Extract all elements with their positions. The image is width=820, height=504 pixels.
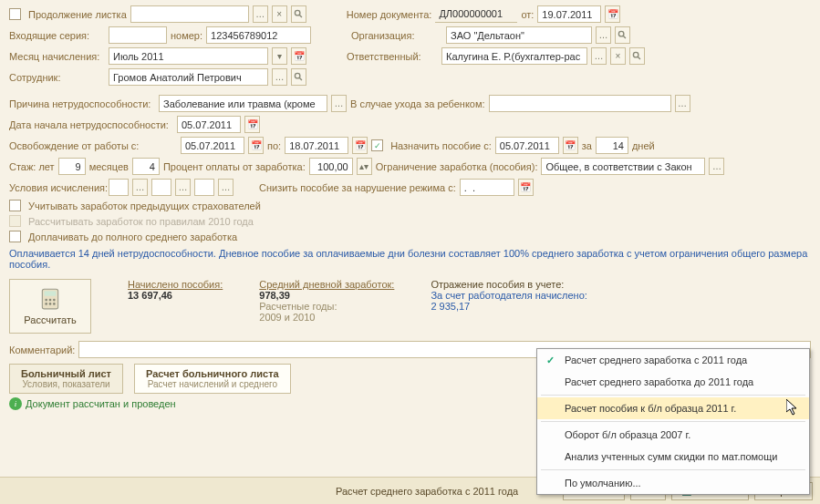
calculator-icon xyxy=(38,287,62,311)
employee-input[interactable] xyxy=(109,68,268,86)
years-value: 2009 и 2010 xyxy=(259,312,394,323)
incoming-series-label: Входящие серия: xyxy=(9,30,105,41)
dots-button[interactable]: … xyxy=(218,179,234,196)
dots-button[interactable]: … xyxy=(675,95,690,112)
calendar-icon[interactable]: 📅 xyxy=(352,137,368,154)
dots-button[interactable]: … xyxy=(272,68,287,86)
info-text: Оплачивается 14 дней нетрудоспособности.… xyxy=(9,248,811,270)
search-icon[interactable] xyxy=(291,5,306,23)
release-from-input[interactable] xyxy=(181,137,244,154)
clear-button[interactable]: × xyxy=(272,5,287,23)
menu-item-turnover-2007[interactable]: Оборот б/л образца 2007 г. xyxy=(537,424,809,446)
accrued-value: 13 697,46 xyxy=(128,290,223,301)
calendar-icon[interactable]: 📅 xyxy=(605,5,620,23)
avg-label[interactable]: Средний дневной заработок: xyxy=(259,279,394,290)
calendar-icon[interactable]: 📅 xyxy=(518,179,534,196)
tab-sick-leave[interactable]: Больничный лист Условия, показатели xyxy=(9,364,123,394)
to-label: по: xyxy=(267,140,281,151)
employee-label: Сотрудник: xyxy=(9,72,105,83)
limit-label: Ограничение заработка (пособия): xyxy=(376,161,538,172)
menu-item-analysis[interactable]: Анализ учтенных сумм скидки по мат.помощ… xyxy=(537,446,809,468)
child-care-input[interactable] xyxy=(489,95,671,112)
chk-topup[interactable] xyxy=(9,231,21,242)
dropdown-icon[interactable]: ▾ xyxy=(272,47,287,65)
days-label: дней xyxy=(632,140,655,151)
print-menu: Расчет среднего заработка с 2011 года Ра… xyxy=(536,348,810,495)
org-label: Организация: xyxy=(351,30,442,41)
clear-button[interactable]: × xyxy=(610,47,626,65)
refl-amount: 2 935,17 xyxy=(431,301,586,312)
comment-label: Комментарий: xyxy=(9,345,75,355)
chk2-label: Рассчитывать заработок по правилам 2010 … xyxy=(28,216,254,227)
years-label: Расчетные годы: xyxy=(259,301,394,312)
svg-line-3 xyxy=(623,36,626,38)
days-input[interactable] xyxy=(596,137,628,154)
child-care-label: В случае ухода за ребенком: xyxy=(350,98,485,109)
for-label: за xyxy=(582,140,592,151)
date-from-input[interactable] xyxy=(537,5,601,23)
doc-num-label: Номер документа: xyxy=(347,9,432,20)
assign-label: Назначить пособие с: xyxy=(390,140,492,151)
svg-point-10 xyxy=(45,299,47,302)
svg-point-2 xyxy=(618,31,624,36)
refl-label: Отражение пособия в учете: xyxy=(431,279,586,290)
number-input[interactable] xyxy=(206,26,311,44)
assign-checkbox[interactable] xyxy=(371,139,383,151)
stazh-years-input[interactable] xyxy=(58,158,86,175)
calc-button-label: Рассчитать xyxy=(24,314,76,325)
incoming-series-input[interactable] xyxy=(109,26,167,44)
limit-input[interactable] xyxy=(541,158,705,175)
calendar-icon[interactable]: 📅 xyxy=(563,137,578,154)
release-to-input[interactable] xyxy=(285,137,348,154)
cond2-input[interactable] xyxy=(151,179,171,196)
search-icon[interactable] xyxy=(291,68,306,86)
calendar-icon[interactable]: 📅 xyxy=(248,137,264,154)
continuation-label: Продолжение листка xyxy=(28,9,127,20)
cond1-input[interactable] xyxy=(109,179,129,196)
menu-item-avg-2011[interactable]: Расчет среднего заработка с 2011 года xyxy=(537,349,809,371)
chk-rules-2010 xyxy=(9,215,21,227)
doc-num-input[interactable] xyxy=(435,5,517,23)
search-icon[interactable] xyxy=(629,47,645,65)
stazh-months-input[interactable] xyxy=(132,158,160,175)
calendar-icon[interactable]: 📅 xyxy=(244,116,260,133)
accrued-label[interactable]: Начислено пособия: xyxy=(128,279,223,290)
percent-input[interactable] xyxy=(309,158,353,175)
svg-point-12 xyxy=(53,299,56,302)
refl-text: За счет работодателя начислено: xyxy=(431,290,586,301)
spinner-icon[interactable]: ▴▾ xyxy=(357,158,372,175)
start-date-input[interactable] xyxy=(177,116,241,133)
svg-point-11 xyxy=(49,299,52,302)
dots-button[interactable]: … xyxy=(132,179,148,196)
dots-button[interactable]: … xyxy=(591,47,607,65)
cond3-input[interactable] xyxy=(194,179,214,196)
tab-calculation[interactable]: Расчет больничного листа Расчет начислен… xyxy=(134,364,291,394)
footer-hint: Расчет среднего заработка с 2011 года xyxy=(7,486,518,497)
resp-input[interactable] xyxy=(441,47,587,65)
org-input[interactable] xyxy=(446,26,592,44)
svg-rect-9 xyxy=(45,291,57,295)
calculate-button[interactable]: Рассчитать xyxy=(9,279,91,334)
continuation-input[interactable] xyxy=(130,5,249,23)
dots-button[interactable]: … xyxy=(175,179,191,196)
reduce-date-input[interactable] xyxy=(460,179,514,196)
menu-item-default[interactable]: По умолчанию... xyxy=(537,472,809,494)
menu-item-avg-pre2011[interactable]: Расчет среднего заработка до 2011 года xyxy=(537,371,809,393)
assign-from-input[interactable] xyxy=(495,137,559,154)
months-label: месяцев xyxy=(89,161,129,172)
dots-button[interactable]: … xyxy=(709,158,724,175)
month-input[interactable] xyxy=(109,47,268,65)
start-date-label: Дата начала нетрудоспособности: xyxy=(9,119,173,130)
dots-button[interactable]: … xyxy=(253,5,268,23)
dots-button[interactable]: … xyxy=(596,26,611,44)
calendar-icon[interactable]: 📅 xyxy=(291,47,306,65)
continuation-checkbox[interactable] xyxy=(9,8,21,20)
reason-input[interactable] xyxy=(159,95,327,112)
svg-point-14 xyxy=(49,303,52,305)
chk-prev-insurers[interactable] xyxy=(9,200,21,211)
menu-item-calc-2011[interactable]: Расчет пособия к б/л образца 2011 г. xyxy=(537,397,809,419)
dots-button[interactable]: … xyxy=(331,95,347,112)
svg-point-0 xyxy=(295,10,300,15)
number-label: номер: xyxy=(171,30,202,41)
search-icon[interactable] xyxy=(615,26,630,44)
